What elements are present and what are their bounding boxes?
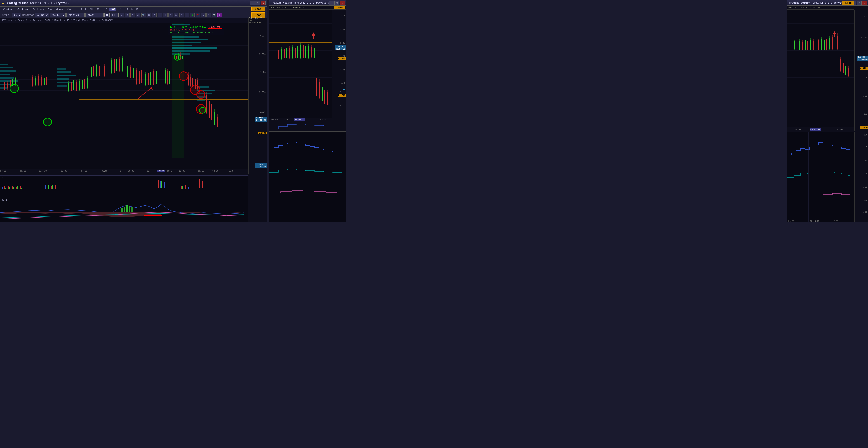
fr-price-box-orange: 1.2334 [860,67,868,70]
symbol-bar: Symbol 6B Contract AUTO Candle ⇄ HFT ✏ ⊕… [0,12,267,18]
grid-icon[interactable]: ⊞ [152,13,157,17]
svg-rect-14 [172,27,197,29]
svg-rect-21 [172,47,217,49]
close-button[interactable]: ✕ [261,1,266,5]
minimize-button[interactable]: ─ [250,1,255,5]
far-right-close[interactable]: ✕ [862,1,867,5]
right-price-box-blue: 1.2458 23.59.58 [335,45,346,51]
far-right-load-btn[interactable]: Load [842,1,855,5]
tf-m15[interactable]: M15 [101,8,109,11]
right-chart-area[interactable] [269,10,332,118]
hft-button[interactable]: HFT [111,13,119,18]
up-arrow-icon[interactable]: ▲ [190,13,195,17]
cd-label: CD [2,176,4,179]
cd-panel: CD [0,175,248,198]
far-right-maximize[interactable]: □ [857,1,862,5]
arrows-button[interactable]: ⇄ [104,13,110,18]
camera-icon[interactable]: 📷 [212,13,216,17]
red-arrow-annotation [138,87,153,99]
tf-m30[interactable]: M30 [110,8,117,11]
tf-h1[interactable]: H1 [117,8,123,11]
fr-price-1.22: -1.22 [861,95,867,97]
diagonal-line-icon[interactable]: / [168,13,173,17]
fr-bottom-svg: 03.03 04.04.23 12.05 [787,132,855,222]
menu-settings[interactable]: Settings [16,7,31,11]
right-close[interactable]: ✕ [340,1,345,5]
right-maximize[interactable]: □ [334,1,339,5]
bar-chart-icon[interactable]: ▦ [147,13,151,17]
r-price-1.24: -1.24 [339,55,345,57]
down-arrow-icon[interactable]: ▼ [195,13,200,17]
load-button-menu[interactable]: Load [251,7,265,11]
price-value-3: 1.2458 [256,163,266,166]
purple-tool-icon[interactable]: 🖊 [217,13,222,17]
tf-d[interactable]: D [130,8,134,11]
svg-rect-18 [172,39,208,40]
svg-rect-185 [45,185,46,189]
right-minimize[interactable]: ─ [329,1,334,5]
svg-rect-28 [0,77,14,79]
plus-icon[interactable]: + [130,13,135,17]
fr-b-1.28: -1.28 [861,146,867,148]
date-from-input[interactable] [66,13,85,18]
svg-rect-25 [0,67,13,68]
maximize-button[interactable]: □ [255,1,260,5]
svg-rect-37 [57,85,67,87]
zoom-icon[interactable]: 🔍 [141,13,146,17]
right-price-box-orange: 1.2334 [338,57,346,60]
svg-rect-187 [48,185,49,189]
svg-rect-198 [181,186,182,189]
svg-rect-178 [13,187,14,189]
tf-m1[interactable]: M1 [89,8,94,11]
dollar-icon[interactable]: $ [201,13,206,17]
time-09: 09. [147,170,150,172]
price-1.26: 1.26 [260,71,266,74]
fr-price-box-blue: 1.2458 23.59.58 [857,56,868,61]
fr-b-1.2: -1.2 [862,199,867,202]
ellipse-icon[interactable]: ○ [179,13,184,17]
menu-user[interactable]: User [65,7,74,11]
tf-w[interactable]: W [135,8,139,11]
svg-rect-24 [0,64,8,65]
menu-windows[interactable]: Windows [1,7,15,11]
tf-h4[interactable]: H4 [124,8,129,11]
rect-icon[interactable]: □ [174,13,178,17]
svg-rect-19 [172,41,202,43]
tf-tick[interactable]: Tick [80,8,88,11]
menu-volumes[interactable]: Volumes [32,7,46,11]
app-icon: ▶ [2,1,4,5]
svg-rect-172 [5,188,6,189]
r-price-1.16: -1.16 [339,105,345,107]
svg-rect-182 [19,187,20,189]
r-time-12.05: 12.05 [320,119,326,121]
text-icon[interactable]: T [185,13,189,17]
svg-rect-27 [0,74,10,75]
r-price-1.28: -1.28 [339,29,345,31]
crosshair-icon[interactable]: ⊕ [125,13,129,17]
fr-b-1.18: -1.18 [861,211,867,213]
right-load-btn[interactable]: Load [334,6,345,9]
fr-time-axis: Jun 23 04.04.23 12.05 [787,127,855,132]
time-01.05: 01.05 [20,170,26,172]
tf-m5[interactable]: M5 [95,8,101,11]
symbol-dropdown[interactable]: 6B [11,13,22,18]
svg-rect-201 [185,185,186,189]
svg-rect-32 [57,68,66,70]
time-10.05: 10.05 [179,170,185,172]
line-icon[interactable]: — [158,13,162,17]
list-icon[interactable]: ≡ [207,13,211,17]
date-to-input[interactable] [86,13,103,18]
right-bottom-svg [269,122,332,131]
main-chart-area[interactable]: 07:49:34 Total volume = 257 00:02:085 Bi… [0,23,248,174]
vline-icon[interactable]: | [163,13,167,17]
far-right-title: Trading Volume Terminal v.2.0 (Crypto+) [789,2,847,4]
fr-chart-inner [787,10,855,131]
green-circle-in-red [199,107,206,114]
app-title: Trading Volume Terminal v.2.0 (Crypto+) [5,2,69,5]
pencil-icon[interactable]: ✏ [120,13,124,17]
contract-dropdown[interactable]: AUTO [35,13,49,18]
chart-type-dropdown[interactable]: Candle [50,13,66,18]
svg-rect-197 [164,182,164,188]
target-icon[interactable]: ◎ [136,13,141,17]
menu-indicators[interactable]: Indicators [46,7,65,11]
